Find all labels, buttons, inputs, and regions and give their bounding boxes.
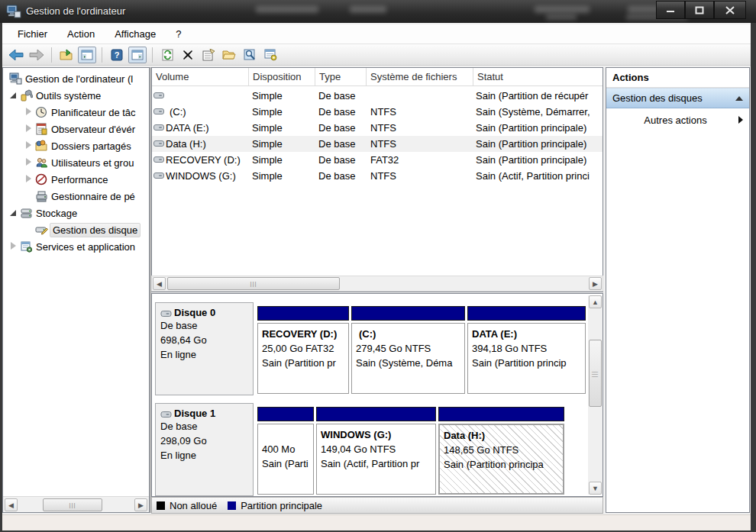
scroll-thumb[interactable]: |||	[43, 498, 102, 511]
partition-color-band[interactable]	[316, 407, 436, 421]
tree-item-utilisateurs[interactable]: Utilisateurs et grou	[3, 154, 149, 171]
menubar: Fichier Action Affichage ?	[2, 24, 751, 44]
forward-icon[interactable]	[27, 47, 46, 63]
expander-closed-icon[interactable]	[24, 124, 34, 134]
autres-actions-label: Autres actions	[612, 114, 738, 126]
expander-closed-icon[interactable]	[24, 175, 34, 184]
partition-color-band[interactable]	[351, 306, 465, 321]
partition-color-band[interactable]	[257, 306, 349, 321]
expander-open-icon[interactable]	[9, 91, 18, 100]
expander-closed-icon[interactable]	[24, 158, 34, 167]
tree-item-computer-management[interactable]: Gestion de l'ordinateur (l	[3, 70, 149, 87]
volume-row[interactable]: RECOVERY (D:) Simple De base FAT32 Sain …	[152, 152, 603, 168]
disk0-label[interactable]: Disque 0 De base 698,64 Go En ligne	[155, 302, 254, 395]
scroll-thumb[interactable]: |||	[167, 277, 340, 290]
partition-size: 394,18 Go NTFS	[472, 341, 581, 356]
help-icon[interactable]: ?	[108, 47, 126, 63]
autres-actions-item[interactable]: Autres actions	[606, 108, 749, 131]
maximize-button[interactable]	[685, 1, 714, 19]
tree-item-gestionnaire-peripheriques[interactable]: Gestionnaire de pé	[3, 188, 149, 205]
storage-icon	[20, 207, 33, 219]
disk-graphical-pane: Disque 0 De base 698,64 Go En ligne RECO…	[151, 293, 603, 497]
delete-icon[interactable]	[179, 47, 197, 63]
scroll-up-icon[interactable]: ▲	[589, 295, 602, 308]
scroll-down-icon[interactable]: ▼	[589, 482, 602, 495]
search-icon[interactable]	[241, 47, 259, 63]
partition-status: Sain (Partition principa	[444, 457, 559, 472]
volume-row[interactable]: Simple De base Sain (Partition de récupé…	[152, 88, 603, 104]
cell-volume: (C:)	[170, 104, 252, 120]
open-folder-icon[interactable]	[220, 47, 238, 63]
tree-horizontal-scrollbar[interactable]: ◀ ||| ▶	[3, 496, 149, 512]
column-header-type[interactable]: Type	[315, 68, 367, 86]
scroll-left-icon[interactable]: ◀	[153, 277, 166, 290]
cell-statut: Sain (Actif, Partition princi	[476, 168, 603, 184]
menu-help[interactable]: ?	[168, 26, 189, 42]
cell-volume	[166, 88, 248, 104]
tree-item-outils-systeme[interactable]: Outils système	[3, 87, 149, 104]
disk1-label[interactable]: Disque 1 De base 298,09 Go En ligne	[155, 403, 254, 496]
expander-open-icon[interactable]	[9, 208, 18, 218]
scroll-right-icon[interactable]: ▶	[589, 277, 602, 290]
collapse-icon[interactable]	[735, 96, 743, 101]
disk-size: 698,64 Go	[160, 333, 248, 347]
partition-data-e[interactable]: DATA (E:) 394,18 Go NTFS Sain (Partition…	[467, 323, 586, 394]
close-button[interactable]	[714, 1, 746, 19]
partition-color-band[interactable]	[438, 407, 564, 421]
tree-item-services-applications[interactable]: Services et application	[3, 238, 149, 255]
titlebar-glass-blur	[535, 6, 590, 13]
scroll-right-icon[interactable]: ▶	[134, 498, 147, 511]
expander-closed-icon[interactable]	[24, 141, 34, 150]
partition-status: Sain (Parti	[262, 456, 309, 471]
tree-item-label: Performance	[51, 174, 108, 185]
volume-row[interactable]: WINDOWS (G:) Simple De base NTFS Sain (A…	[152, 168, 603, 184]
column-header-statut[interactable]: Statut	[473, 68, 603, 86]
tree-item-label: Utilisateurs et grou	[51, 157, 134, 169]
partition-recovery-d[interactable]: RECOVERY (D:) 25,00 Go FAT32 Sain (Parti…	[257, 323, 349, 394]
volume-row[interactable]: (C:) Simple De base NTFS Sain (Système, …	[152, 104, 603, 120]
column-header-disposition[interactable]: Disposition	[249, 68, 315, 86]
partition-data-h-selected[interactable]: Data (H:) 148,65 Go NTFS Sain (Partition…	[438, 424, 564, 495]
tree-item-planificateur[interactable]: Planificateur de tâc	[3, 104, 149, 121]
titlebar[interactable]: Gestion de l'ordinateur	[0, 0, 756, 23]
volume-list-horizontal-scrollbar[interactable]: ◀ ||| ▶	[151, 276, 603, 292]
menu-fichier[interactable]: Fichier	[10, 26, 55, 42]
partition-color-band[interactable]	[467, 306, 586, 321]
tree-item-gestion-des-disques[interactable]: Gestion des disque	[3, 221, 149, 238]
volume-row[interactable]: DATA (E:) Simple De base NTFS Sain (Part…	[152, 120, 603, 136]
tree-item-observateur[interactable]: Observateur d'évér	[3, 121, 149, 137]
scroll-thumb[interactable]: ———	[589, 340, 602, 407]
disk-status: En ligne	[160, 448, 248, 463]
tree-item-performance[interactable]: Performance	[3, 171, 149, 188]
cell-type: De base	[318, 152, 367, 168]
volume-row-selected[interactable]: Data (H:) Simple De base NTFS Sain (Part…	[152, 136, 603, 152]
partition-400mo[interactable]: 400 Mo Sain (Parti	[257, 424, 314, 495]
column-header-volume[interactable]: Volume	[152, 68, 249, 86]
tree-item-stockage[interactable]: Stockage	[3, 205, 149, 221]
folder-arrow-icon[interactable]	[57, 47, 76, 63]
scroll-left-icon[interactable]: ◀	[5, 498, 18, 511]
disk-pane-vertical-scrollbar[interactable]: ▲ ——— ▼	[588, 295, 603, 495]
expander-closed-icon[interactable]	[9, 242, 18, 251]
manage-icon[interactable]	[261, 47, 279, 63]
action-pane-toggle-icon[interactable]	[128, 47, 147, 63]
partition-windows-g[interactable]: WINDOWS (G:) 149,04 Go NTFS Sain (Actif,…	[316, 424, 436, 495]
cell-disposition: Simple	[252, 120, 315, 136]
partition-color-band[interactable]	[257, 407, 314, 421]
menu-affichage[interactable]: Affichage	[107, 26, 163, 42]
partition-c[interactable]: (C:) 279,45 Go NTFS Sain (Système, Déma	[351, 323, 465, 394]
toolbar-separator	[102, 47, 102, 63]
back-icon[interactable]	[7, 47, 25, 63]
properties-icon[interactable]	[199, 47, 218, 63]
minimize-button[interactable]	[656, 1, 685, 19]
tree-item-label: Gestionnaire de pé	[51, 191, 135, 202]
expander-closed-icon[interactable]	[24, 108, 34, 117]
menu-action[interactable]: Action	[60, 26, 102, 42]
tree-item-dossiers-partages[interactable]: Dossiers partagés	[3, 137, 149, 154]
actions-group-gestion-des-disques[interactable]: Gestion des disques	[606, 88, 749, 108]
refresh-icon[interactable]	[158, 47, 176, 63]
console-tree-toggle-icon[interactable]	[78, 47, 96, 63]
column-header-fs[interactable]: Système de fichiers	[367, 68, 473, 86]
titlebar-glass-blur	[350, 6, 386, 13]
partition-status: Sain (Actif, Partition pr	[321, 456, 431, 471]
